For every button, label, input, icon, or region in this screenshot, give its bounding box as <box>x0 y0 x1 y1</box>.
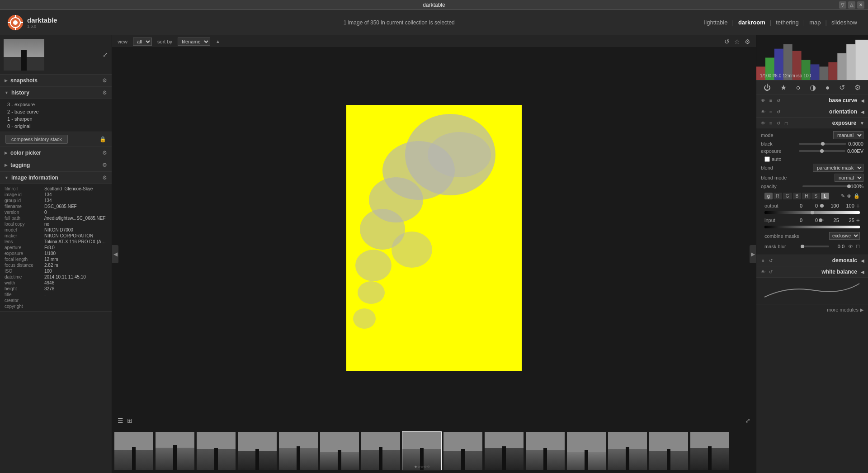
nav-tethering[interactable]: tethering <box>772 17 802 28</box>
close-button[interactable]: ✕ <box>857 1 864 9</box>
curve-tab-r[interactable]: R <box>774 193 782 199</box>
color-picker-section[interactable]: ▶ color picker ⚙ <box>0 147 112 159</box>
or-eye-icon[interactable]: 👁 <box>760 109 766 115</box>
bc-eye-icon[interactable]: 👁 <box>760 97 766 104</box>
expand-icon[interactable]: ⤢ <box>103 51 108 58</box>
titlebar-controls[interactable]: ▽ △ ✕ <box>839 1 864 9</box>
output-add-icon[interactable]: + <box>856 202 860 209</box>
right-panel-collapse-button[interactable]: ▶ <box>750 245 756 263</box>
history-section[interactable]: ▼ history ⚙ <box>0 87 112 99</box>
fullscreen-icon[interactable]: ⤢ <box>745 417 750 424</box>
base-curve-arrow[interactable]: ◀ <box>861 98 864 103</box>
compress-history-button[interactable]: compress history stack <box>5 135 68 144</box>
white-balance-header[interactable]: 👁 ↺ white balance ◀ <box>756 266 868 277</box>
exp-menu-icon[interactable]: ≡ <box>768 120 774 126</box>
orientation-arrow[interactable]: ◀ <box>861 109 864 114</box>
input-slider[interactable] <box>820 219 824 221</box>
curve-tab-h[interactable]: H <box>802 193 811 199</box>
filmstrip-thumb-10[interactable] <box>484 431 524 470</box>
mask-blur-eye-icon[interactable]: 👁 <box>848 244 853 249</box>
combine-masks-select[interactable]: exclusive <box>829 232 860 240</box>
mask-blur-slider[interactable] <box>802 246 829 247</box>
demosaic-header[interactable]: ≡ ↺ demosaic ◀ <box>756 255 868 266</box>
history-item-3[interactable]: 3 - exposure <box>4 101 108 108</box>
image-info-section[interactable]: ▼ image information ⚙ <box>0 172 112 184</box>
history-item-1[interactable]: 1 - sharpen <box>4 115 108 123</box>
exp-reset-icon[interactable]: ↺ <box>775 120 782 126</box>
filmstrip-thumb-12[interactable] <box>566 431 606 470</box>
black-slider[interactable] <box>799 143 846 145</box>
refresh2-icon[interactable]: ↺ <box>839 83 845 92</box>
dot-icon[interactable]: ● <box>826 84 830 92</box>
filmstrip-thumb-4[interactable] <box>237 431 277 470</box>
curve-tab-b[interactable]: B <box>793 193 802 199</box>
bc-reset-icon[interactable]: ↺ <box>775 97 782 104</box>
power-icon[interactable]: ⏻ <box>764 84 771 92</box>
minimize-button[interactable]: ▽ <box>839 1 846 9</box>
gear2-icon[interactable]: ⚙ <box>854 83 861 92</box>
circle-icon[interactable]: ○ <box>796 84 801 92</box>
wb-eye-icon[interactable]: 👁 <box>760 269 766 275</box>
output-gradient-thumb[interactable] <box>811 211 814 214</box>
filmstrip-thumb-13[interactable] <box>608 431 647 470</box>
bc-menu-icon[interactable]: ≡ <box>768 97 774 104</box>
filmstrip-thumb-active[interactable]: ★☆☆☆☆ <box>402 431 442 470</box>
exposure-header[interactable]: 👁 ≡ ↺ ◻ exposure ▼ <box>756 118 868 128</box>
orientation-header[interactable]: 👁 ≡ ↺ orientation ◀ <box>756 106 868 117</box>
filmstrip-thumb-1[interactable] <box>114 431 154 470</box>
wb-reset-icon[interactable]: ↺ <box>768 269 774 275</box>
history-gear-icon[interactable]: ⚙ <box>102 90 107 96</box>
base-curve-header[interactable]: 👁 ≡ ↺ base curve ◀ <box>756 95 868 106</box>
list-icon[interactable]: ☰ <box>118 417 123 424</box>
filmstrip-thumb-11[interactable] <box>525 431 565 470</box>
curve-eye-icon[interactable]: 👁 <box>847 194 852 199</box>
maximize-button[interactable]: △ <box>848 1 855 9</box>
curve-lock-icon[interactable]: 🔒 <box>854 193 860 199</box>
curve-tab-g[interactable]: g <box>764 193 773 199</box>
curve-tab-g2[interactable]: G <box>783 193 792 199</box>
filmstrip-thumb-15[interactable] <box>690 431 730 470</box>
filmstrip-thumb-6[interactable] <box>320 431 359 470</box>
refresh-icon[interactable]: ↺ <box>724 38 730 45</box>
dem-eye-icon[interactable]: ≡ <box>760 257 766 264</box>
filmstrip-thumb-2[interactable] <box>155 431 195 470</box>
color-picker-gear-icon[interactable]: ⚙ <box>102 150 107 156</box>
image-info-gear-icon[interactable]: ⚙ <box>102 175 107 181</box>
filmstrip-thumb-9[interactable] <box>443 431 483 470</box>
view-select[interactable]: all <box>133 38 152 46</box>
dem-reset-icon[interactable]: ↺ <box>768 257 774 264</box>
curve-edit-icon[interactable]: ✎ <box>841 193 845 199</box>
mode-select[interactable]: manual <box>833 131 863 139</box>
settings-icon[interactable]: ⚙ <box>745 38 750 45</box>
curve-tab-l[interactable]: L <box>821 193 829 199</box>
history-item-0[interactable]: 0 - original <box>4 123 108 130</box>
tagging-gear-icon[interactable]: ⚙ <box>102 162 107 168</box>
blend-mode-select[interactable]: normal <box>835 174 863 182</box>
snapshots-section[interactable]: ▶ snapshots ⚙ <box>0 75 112 87</box>
output-slider[interactable] <box>820 205 824 207</box>
flag-icon[interactable]: ◑ <box>810 83 816 92</box>
history-item-2[interactable]: 2 - base curve <box>4 108 108 115</box>
grid-icon[interactable]: ⊞ <box>127 417 132 424</box>
curve-tab-s[interactable]: S <box>811 193 820 199</box>
presets-icon[interactable]: ★ <box>780 83 787 92</box>
mask-blur-rect-icon[interactable]: ◻ <box>856 243 860 249</box>
left-panel-collapse-button[interactable]: ◀ <box>112 245 118 263</box>
sort-select[interactable]: filename <box>178 38 210 46</box>
or-reset-icon[interactable]: ↺ <box>775 109 782 115</box>
or-menu-icon[interactable]: ≡ <box>768 109 774 115</box>
filmstrip-thumb-3[interactable] <box>196 431 236 470</box>
more-modules[interactable]: more modules ▶ <box>756 304 868 316</box>
auto-checkbox[interactable] <box>764 156 770 162</box>
exposure-slider[interactable] <box>799 150 845 152</box>
snapshots-gear-icon[interactable]: ⚙ <box>102 77 107 84</box>
blend-select[interactable]: parametric mask <box>813 164 863 172</box>
filmstrip-thumb-5[interactable] <box>278 431 318 470</box>
filmstrip-thumb-7[interactable] <box>361 431 401 470</box>
nav-slideshow[interactable]: slideshow <box>828 17 861 28</box>
exp-extra-icon[interactable]: ◻ <box>783 120 789 126</box>
nav-lighttable[interactable]: lighttable <box>700 17 731 28</box>
nav-map[interactable]: map <box>806 17 824 28</box>
exposure-arrow[interactable]: ▼ <box>860 121 864 126</box>
opacity-slider[interactable] <box>802 185 849 187</box>
